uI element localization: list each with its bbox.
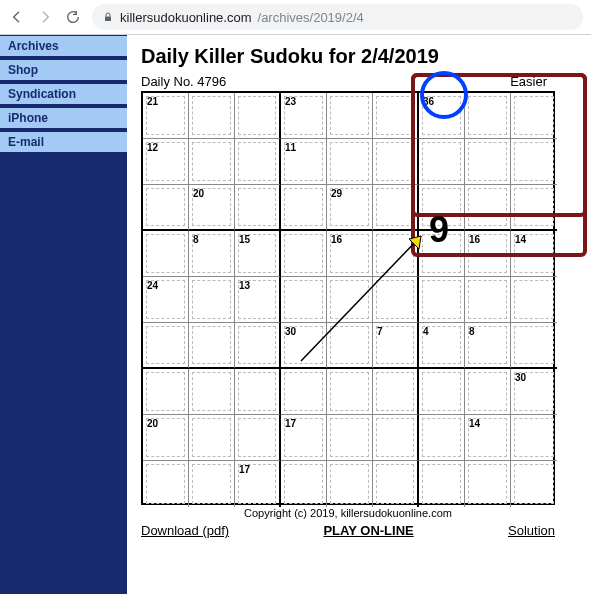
- cell-7-1: [189, 415, 235, 461]
- cage-sum: 4: [423, 326, 429, 337]
- sidebar-item-shop[interactable]: Shop: [0, 59, 127, 83]
- cell-6-0: [143, 369, 189, 415]
- cell-0-7: [465, 93, 511, 139]
- cell-3-3: [281, 231, 327, 277]
- cell-4-5: [373, 277, 419, 323]
- cage-sum: 30: [515, 372, 526, 383]
- cell-4-1: [189, 277, 235, 323]
- cell-8-7: [465, 461, 511, 507]
- cell-7-6: [419, 415, 465, 461]
- cell-5-1: [189, 323, 235, 369]
- cell-2-0: [143, 185, 189, 231]
- sidebar-item-email[interactable]: E-mail: [0, 131, 127, 155]
- difficulty-label: Easier: [510, 74, 547, 89]
- cage-sum: 8: [469, 326, 475, 337]
- back-button[interactable]: [8, 8, 26, 26]
- cell-6-4: [327, 369, 373, 415]
- cell-1-7: [465, 139, 511, 185]
- cell-4-4: [327, 277, 373, 323]
- page-body: Archives Shop Syndication iPhone E-mail …: [0, 35, 591, 594]
- svg-rect-0: [105, 17, 111, 22]
- cell-5-4: [327, 323, 373, 369]
- cell-6-6: [419, 369, 465, 415]
- cell-1-4: [327, 139, 373, 185]
- cell-6-3: [281, 369, 327, 415]
- cell-0-5: [373, 93, 419, 139]
- main-content: Daily Killer Sudoku for 2/4/2019 Daily N…: [127, 35, 591, 594]
- url-domain: killersudokuonline.com: [120, 10, 252, 25]
- cell-6-2: [235, 369, 281, 415]
- cell-7-2: [235, 415, 281, 461]
- cage-sum: 16: [469, 234, 480, 245]
- sidebar-item-iphone[interactable]: iPhone: [0, 107, 127, 131]
- cell-0-2: [235, 93, 281, 139]
- cell-4-3: [281, 277, 327, 323]
- forward-button[interactable]: [36, 8, 54, 26]
- cage-sum: 14: [469, 418, 480, 429]
- cell-0-8: [511, 93, 557, 139]
- cage-sum: 29: [331, 188, 342, 199]
- cage-sum: 30: [285, 326, 296, 337]
- cell-4-8: [511, 277, 557, 323]
- cage-sum: 7: [377, 326, 383, 337]
- cage-sum: 23: [285, 96, 296, 107]
- cage-sum: 20: [147, 418, 158, 429]
- cage-sum: 8: [193, 234, 199, 245]
- cell-8-5: [373, 461, 419, 507]
- cell-2-3: [281, 185, 327, 231]
- cell-6-1: [189, 369, 235, 415]
- sidebar-item-archives[interactable]: Archives: [0, 35, 127, 59]
- cell-2-7: [465, 185, 511, 231]
- cell-2-6: [419, 185, 465, 231]
- browser-chrome: killersudokuonline.com/archives/2019/2/4: [0, 0, 591, 35]
- download-link[interactable]: Download (pdf): [141, 523, 229, 538]
- cell-8-0: [143, 461, 189, 507]
- cell-0-4: [327, 93, 373, 139]
- daily-number: Daily No. 4796: [141, 74, 226, 89]
- cell-4-7: [465, 277, 511, 323]
- action-links: Download (pdf) PLAY ON-LINE Solution: [141, 523, 555, 538]
- cell-3-0: [143, 231, 189, 277]
- play-online-link[interactable]: PLAY ON-LINE: [323, 523, 413, 538]
- solution-link[interactable]: Solution: [508, 523, 555, 538]
- cell-1-1: [189, 139, 235, 185]
- cell-6-7: [465, 369, 511, 415]
- cell-5-2: [235, 323, 281, 369]
- cell-7-8: [511, 415, 557, 461]
- page-title: Daily Killer Sudoku for 2/4/2019: [141, 45, 577, 68]
- copyright-text: Copyright (c) 2019, killersudokuonline.c…: [141, 507, 555, 519]
- cage-sum: 16: [331, 234, 342, 245]
- cell-8-3: [281, 461, 327, 507]
- cage-sum: 15: [239, 234, 250, 245]
- cage-sum: 12: [147, 142, 158, 153]
- cage-sum: 20: [193, 188, 204, 199]
- cell-3-6: [419, 231, 465, 277]
- address-bar[interactable]: killersudokuonline.com/archives/2019/2/4: [92, 4, 583, 30]
- sidebar: Archives Shop Syndication iPhone E-mail: [0, 35, 127, 594]
- sudoku-grid: 2123361211202981516161424133074830201714…: [141, 91, 555, 505]
- cell-8-4: [327, 461, 373, 507]
- lock-icon: [102, 11, 114, 23]
- cell-8-6: [419, 461, 465, 507]
- cell-1-6: [419, 139, 465, 185]
- cell-5-0: [143, 323, 189, 369]
- cell-4-6: [419, 277, 465, 323]
- cell-1-8: [511, 139, 557, 185]
- url-path: /archives/2019/2/4: [258, 10, 364, 25]
- cell-2-8: [511, 185, 557, 231]
- cell-6-5: [373, 369, 419, 415]
- cell-8-1: [189, 461, 235, 507]
- cell-8-8: [511, 461, 557, 507]
- cage-sum: 17: [285, 418, 296, 429]
- sidebar-item-syndication[interactable]: Syndication: [0, 83, 127, 107]
- cell-2-2: [235, 185, 281, 231]
- reload-button[interactable]: [64, 8, 82, 26]
- cell-1-2: [235, 139, 281, 185]
- cage-sum: 11: [285, 142, 296, 153]
- cell-7-5: [373, 415, 419, 461]
- cell-0-1: [189, 93, 235, 139]
- cage-sum: 36: [423, 96, 434, 107]
- cage-sum: 24: [147, 280, 158, 291]
- cell-2-5: [373, 185, 419, 231]
- cell-1-5: [373, 139, 419, 185]
